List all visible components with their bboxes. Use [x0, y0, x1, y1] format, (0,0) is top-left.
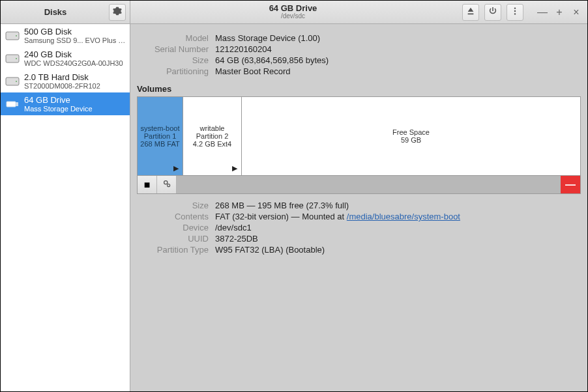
sidebar-item-label: 500 GB Disk	[24, 27, 126, 36]
detail-size-value: 268 MB — 195 MB free (27.3% full)	[215, 201, 581, 210]
free-space-label: Free Space	[392, 128, 430, 136]
detail-device-key: Device	[137, 223, 209, 232]
toolbar-spacer	[177, 176, 561, 193]
info-partitioning-key: Partitioning	[137, 66, 209, 76]
eject-button[interactable]	[462, 4, 479, 21]
minimize-icon: —	[537, 7, 548, 18]
titlebar-center: 64 GB Drive /dev/sdc	[130, 1, 456, 23]
sidebar: 500 GB Disk Samsung SSD 9... EVO Plus 50…	[1, 24, 130, 391]
detail-ptype-value: W95 FAT32 (LBA) (Bootable)	[215, 245, 581, 255]
gears-icon	[162, 179, 171, 191]
free-space-size: 59 GB	[401, 136, 421, 144]
drive-info: Model Mass Storage Device (1.00) Serial …	[130, 24, 587, 80]
svg-point-6	[16, 58, 17, 59]
info-model-key: Model	[137, 33, 209, 43]
sidebar-item-sublabel: WDC WDS240G2G0A-00JH30	[24, 59, 126, 67]
info-model-value: Mass Storage Device (1.00)	[215, 33, 581, 43]
play-icon: ▶	[173, 164, 179, 173]
usb-icon	[5, 96, 20, 112]
volumes-map: system-boot Partition 1 268 MB FAT ▶ wri…	[137, 96, 581, 176]
sidebar-item-disk-0[interactable]: 500 GB Disk Samsung SSD 9... EVO Plus 50…	[1, 24, 130, 47]
svg-point-8	[16, 81, 17, 82]
detail-uuid-key: UUID	[137, 234, 209, 244]
svg-point-4	[16, 35, 17, 36]
window-maximize-button[interactable]: +	[552, 5, 566, 20]
volume-partition-1[interactable]: system-boot Partition 1 268 MB FAT ▶	[138, 97, 183, 175]
hdd-icon	[5, 28, 20, 44]
mount-point-link[interactable]: /media/bluesabre/system-boot	[347, 212, 460, 221]
info-partitioning-value: Master Boot Record	[215, 66, 581, 76]
volume-free-space[interactable]: Free Space 59 GB	[242, 97, 580, 175]
power-icon	[488, 7, 497, 18]
sidebar-item-sublabel: ST2000DM008-2FR102	[24, 82, 126, 90]
partition-details: Size 268 MB — 195 MB free (27.3% full) C…	[130, 194, 587, 261]
sidebar-item-sublabel: Samsung SSD 9... EVO Plus 500GB	[24, 36, 126, 44]
volume-name: writable	[200, 124, 225, 132]
window-minimize-button[interactable]: —	[535, 5, 550, 20]
sidebar-item-disk-2[interactable]: 2.0 TB Hard Disk ST2000DM008-2FR102	[1, 70, 130, 92]
titlebar-right: — + ×	[456, 1, 587, 23]
svg-point-1	[514, 10, 516, 11]
drive-menu-button[interactable]	[507, 4, 523, 21]
detail-size-key: Size	[137, 201, 209, 210]
titlebar: Disks 64 GB Drive /dev/sdc	[1, 1, 587, 24]
hdd-icon	[5, 51, 20, 66]
gear-icon	[113, 7, 122, 18]
titlebar-left: Disks	[1, 1, 130, 23]
svg-point-12	[167, 184, 169, 186]
drive-title: 64 GB Drive	[269, 4, 317, 12]
detail-contents-prefix: FAT (32-bit version) — Mounted at	[215, 212, 347, 221]
info-size-key: Size	[137, 55, 209, 65]
close-icon: ×	[573, 7, 579, 18]
power-button[interactable]	[484, 4, 501, 21]
eject-icon	[466, 7, 475, 18]
svg-rect-10	[16, 102, 18, 106]
sidebar-item-sublabel: Mass Storage Device	[24, 105, 126, 113]
content: Model Mass Storage Device (1.00) Serial …	[130, 24, 587, 391]
app-title: Disks	[5, 7, 106, 17]
drive-subtitle: /dev/sdc	[281, 12, 305, 20]
maximize-icon: +	[556, 7, 562, 18]
volume-line3: 268 MB FAT	[140, 140, 179, 148]
sidebar-item-label: 240 GB Disk	[24, 49, 126, 59]
svg-point-0	[514, 7, 516, 8]
svg-point-11	[164, 180, 167, 184]
sidebar-item-disk-3[interactable]: 64 GB Drive Mass Storage Device	[1, 92, 130, 115]
volume-name: system-boot	[141, 124, 180, 132]
volume-options-button[interactable]	[157, 176, 177, 193]
minus-icon: —	[565, 179, 576, 191]
kebab-icon	[510, 7, 520, 18]
svg-rect-9	[7, 102, 16, 107]
volume-toolbar: ■ —	[137, 176, 581, 194]
volume-line2: Partition 2	[196, 132, 229, 140]
hdd-icon	[5, 74, 20, 89]
volume-line2: Partition 1	[144, 132, 177, 140]
play-icon: ▶	[232, 164, 237, 173]
volume-line3: 4.2 GB Ext4	[193, 140, 231, 148]
info-serial-key: Serial Number	[137, 44, 209, 54]
stop-icon: ■	[144, 179, 151, 191]
svg-point-2	[514, 13, 516, 14]
unmount-button[interactable]: ■	[138, 176, 157, 193]
sidebar-item-disk-1[interactable]: 240 GB Disk WDC WDS240G2G0A-00JH30	[1, 47, 130, 70]
app-window: Disks 64 GB Drive /dev/sdc	[1, 1, 587, 391]
main: 500 GB Disk Samsung SSD 9... EVO Plus 50…	[1, 24, 587, 391]
window-close-button[interactable]: ×	[569, 5, 583, 20]
delete-partition-button[interactable]: —	[561, 176, 580, 193]
app-menu-button[interactable]	[109, 4, 126, 21]
volume-partition-2[interactable]: writable Partition 2 4.2 GB Ext4 ▶	[183, 97, 242, 175]
detail-device-value: /dev/sdc1	[215, 223, 581, 232]
detail-uuid-value: 3872-25DB	[215, 234, 581, 244]
detail-ptype-key: Partition Type	[137, 245, 209, 255]
info-serial-value: 121220160204	[215, 44, 581, 54]
volumes-header: Volumes	[130, 80, 587, 96]
info-size-value: 64 GB (63,864,569,856 bytes)	[215, 55, 581, 65]
sidebar-item-label: 2.0 TB Hard Disk	[24, 72, 126, 82]
sidebar-item-label: 64 GB Drive	[24, 95, 126, 105]
detail-contents-key: Contents	[137, 212, 209, 221]
detail-contents-value: FAT (32-bit version) — Mounted at /media…	[215, 212, 581, 221]
